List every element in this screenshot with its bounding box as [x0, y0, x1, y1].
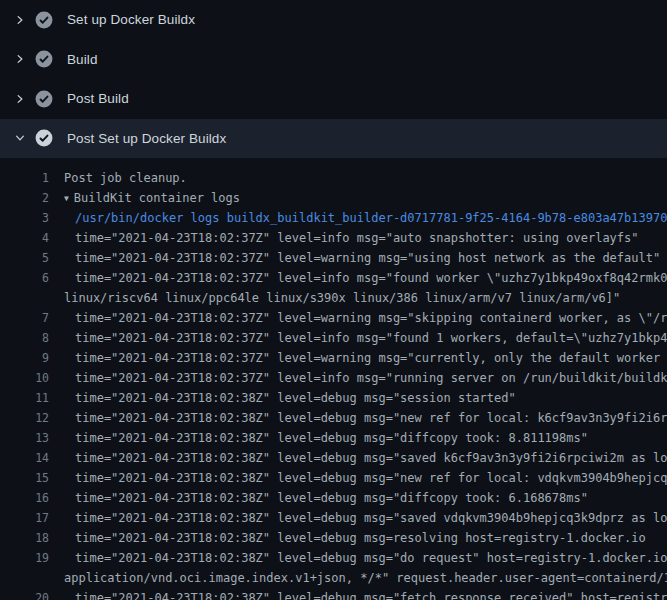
line-number[interactable]: 10 [0, 371, 49, 385]
log-line-text: application/vnd.oci.image.index.v1+json,… [64, 571, 667, 585]
log-line-text: time="2021-04-23T18:02:37Z" level=warnin… [75, 351, 667, 365]
check-circle-icon [35, 90, 53, 108]
line-number[interactable]: 3 [0, 211, 49, 225]
line-number[interactable]: 13 [0, 431, 49, 445]
log-line-text[interactable]: ▼BuildKit container logs [64, 191, 240, 205]
line-number[interactable]: 8 [0, 331, 49, 345]
log-line-text: time="2021-04-23T18:02:37Z" level=info m… [75, 331, 667, 345]
log-row: linux/riscv64 linux/ppc64le linux/s390x … [0, 288, 667, 308]
log-line-text: time="2021-04-23T18:02:38Z" level=debug … [75, 431, 588, 445]
triangle-down-icon: ▼ [64, 194, 69, 203]
log-line-text: time="2021-04-23T18:02:37Z" level=info m… [75, 271, 667, 285]
log-row: 14 time="2021-04-23T18:02:38Z" level=deb… [0, 448, 667, 468]
log-row: 10 time="2021-04-23T18:02:37Z" level=inf… [0, 368, 667, 388]
step-label: Build [67, 52, 98, 67]
chevron-right-icon [12, 52, 27, 67]
log-line-text: time="2021-04-23T18:02:37Z" level=info m… [75, 231, 639, 245]
log-row: 13 time="2021-04-23T18:02:38Z" level=deb… [0, 428, 667, 448]
chevron-right-icon [12, 91, 27, 106]
log-row: 3 /usr/bin/docker logs buildx_buildkit_b… [0, 208, 667, 228]
log-line-text: Post job cleanup. [64, 171, 187, 185]
log-line-text: time="2021-04-23T18:02:38Z" level=debug … [75, 491, 588, 505]
line-number[interactable]: 6 [0, 271, 49, 285]
log-area: 1 Post job cleanup. 2 ▼BuildKit containe… [0, 158, 667, 600]
line-number[interactable]: 14 [0, 451, 49, 465]
line-number[interactable]: 9 [0, 351, 49, 365]
log-row: 1 Post job cleanup. [0, 168, 667, 188]
log-row: 8 time="2021-04-23T18:02:37Z" level=info… [0, 328, 667, 348]
step-header-row-0[interactable]: Set up Docker Buildx [0, 0, 667, 40]
step-header-row-1[interactable]: Build [0, 40, 667, 80]
step-label: Set up Docker Buildx [67, 12, 195, 27]
check-circle-icon [35, 50, 53, 68]
log-line-text: /usr/bin/docker logs buildx_buildkit_bui… [75, 211, 667, 225]
log-row: 12 time="2021-04-23T18:02:38Z" level=deb… [0, 408, 667, 428]
log-row: 9 time="2021-04-23T18:02:37Z" level=warn… [0, 348, 667, 368]
chevron-down-icon [12, 131, 27, 146]
line-number[interactable]: 18 [0, 531, 49, 545]
log-line-text: time="2021-04-23T18:02:37Z" level=info m… [75, 371, 667, 385]
workflow-log-viewer: Set up Docker Buildx Build Post Build Po… [0, 0, 667, 600]
log-row: 11 time="2021-04-23T18:02:38Z" level=deb… [0, 388, 667, 408]
log-row: 16 time="2021-04-23T18:02:38Z" level=deb… [0, 488, 667, 508]
step-header-row-3[interactable]: Post Set up Docker Buildx [0, 119, 667, 159]
log-line-text: time="2021-04-23T18:02:38Z" level=debug … [75, 591, 667, 600]
log-line-text: time="2021-04-23T18:02:38Z" level=debug … [75, 531, 646, 545]
line-number[interactable]: 4 [0, 231, 49, 245]
step-label: Post Build [67, 91, 129, 106]
check-circle-icon [35, 11, 53, 29]
line-number[interactable]: 20 [0, 591, 49, 600]
log-line-text: time="2021-04-23T18:02:37Z" level=warnin… [75, 251, 660, 265]
line-number[interactable]: 7 [0, 311, 49, 325]
log-row: 5 time="2021-04-23T18:02:37Z" level=warn… [0, 248, 667, 268]
line-number[interactable]: 17 [0, 511, 49, 525]
log-line-text: time="2021-04-23T18:02:38Z" level=debug … [75, 551, 667, 565]
step-header-row-2[interactable]: Post Build [0, 79, 667, 119]
log-row: 6 time="2021-04-23T18:02:37Z" level=info… [0, 268, 667, 288]
log-row: 7 time="2021-04-23T18:02:37Z" level=warn… [0, 308, 667, 328]
log-row: 19 time="2021-04-23T18:02:38Z" level=deb… [0, 548, 667, 568]
log-line-text: linux/riscv64 linux/ppc64le linux/s390x … [64, 291, 620, 305]
log-row: 15 time="2021-04-23T18:02:38Z" level=deb… [0, 468, 667, 488]
line-number[interactable]: 19 [0, 551, 49, 565]
log-line-text: time="2021-04-23T18:02:37Z" level=warnin… [75, 311, 667, 325]
step-label: Post Set up Docker Buildx [67, 131, 226, 146]
log-row: application/vnd.oci.image.index.v1+json,… [0, 568, 667, 588]
line-number[interactable]: 12 [0, 411, 49, 425]
log-row: 17 time="2021-04-23T18:02:38Z" level=deb… [0, 508, 667, 528]
log-row: 20 time="2021-04-23T18:02:38Z" level=deb… [0, 588, 667, 600]
chevron-right-icon [12, 12, 27, 27]
log-line-text: time="2021-04-23T18:02:38Z" level=debug … [75, 411, 667, 425]
line-number[interactable]: 16 [0, 491, 49, 505]
line-number[interactable]: 5 [0, 251, 49, 265]
log-row: 18 time="2021-04-23T18:02:38Z" level=deb… [0, 528, 667, 548]
log-row: 4 time="2021-04-23T18:02:37Z" level=info… [0, 228, 667, 248]
line-number[interactable]: 1 [0, 171, 49, 185]
log-line-text: time="2021-04-23T18:02:38Z" level=debug … [75, 471, 667, 485]
log-line-text: time="2021-04-23T18:02:38Z" level=debug … [75, 451, 667, 465]
line-number[interactable]: 15 [0, 471, 49, 485]
log-line-text: time="2021-04-23T18:02:38Z" level=debug … [75, 511, 667, 525]
log-row: 2 ▼BuildKit container logs [0, 188, 667, 208]
check-circle-icon [35, 129, 53, 147]
line-number[interactable]: 2 [0, 191, 49, 205]
line-number[interactable]: 11 [0, 391, 49, 405]
log-line-text: time="2021-04-23T18:02:38Z" level=debug … [75, 391, 516, 405]
step-list: Set up Docker Buildx Build Post Build Po… [0, 0, 667, 158]
